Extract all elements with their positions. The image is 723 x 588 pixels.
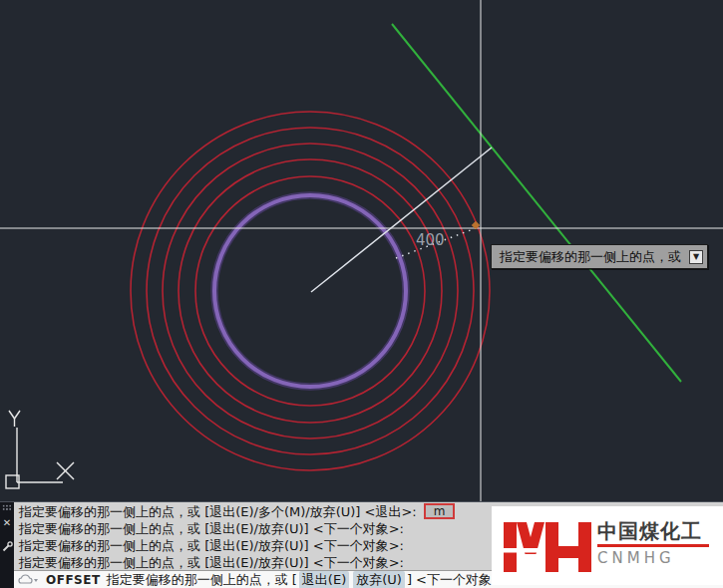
option-exit[interactable]: 退出(E) [299, 571, 349, 588]
prompt-text: 指定要偏移的那一侧上的点，或 [退出(E)/放弃(U)] <下一个对象>: [19, 521, 404, 536]
active-command-label: OFFSET [46, 573, 101, 587]
prompt-text: 指定要偏移的那一侧上的点，或 [退出(E)/多个(M)/放弃(U)] <退出>: [19, 504, 417, 519]
tooltip-text: 指定要偏移的那一侧上的点，或 [500, 248, 689, 266]
prompt-text: 指定要偏移的那一侧上的点，或 [退出(E)/放弃(U)] <下一个对象>: [19, 555, 404, 570]
watermark: 中国煤化工 CNMHG [492, 506, 723, 585]
mh-logo-icon [502, 518, 593, 585]
cursor-tooltip: 指定要偏移的那一侧上的点，或 ▼ [491, 244, 708, 269]
autocad-window: 400 指定要偏移的那一侧上的点，或 ▼ ✕ 指定要偏移的那一侧上的点，或 [退… [0, 0, 723, 588]
command-panel-rail: ✕ [0, 502, 14, 588]
dimension-label: 400 [416, 231, 445, 249]
command-input-highlight: m [424, 503, 456, 519]
command-panel: ✕ 指定要偏移的那一侧上的点，或 [退出(E)/多个(M)/放弃(U)] <退出… [0, 501, 723, 588]
prompt-text: 指定要偏移的那一侧上的点，或 [退出(E)/放弃(U)] <下一个对象>: [19, 538, 404, 553]
drag-handle-icon[interactable] [2, 504, 12, 510]
recent-commands-icon[interactable] [18, 573, 40, 586]
watermark-divider [597, 544, 709, 547]
tooltip-dropdown-button[interactable]: ▼ [689, 250, 703, 264]
close-icon[interactable]: ✕ [3, 518, 11, 528]
watermark-subtitle: CNMHG [597, 549, 709, 567]
active-prompt-prefix: 指定要偏移的那一侧上的点，或 [ [107, 571, 297, 588]
watermark-title: 中国煤化工 [597, 520, 709, 542]
option-undo[interactable]: 放弃(U) [353, 571, 405, 588]
wrench-icon[interactable] [2, 537, 13, 556]
